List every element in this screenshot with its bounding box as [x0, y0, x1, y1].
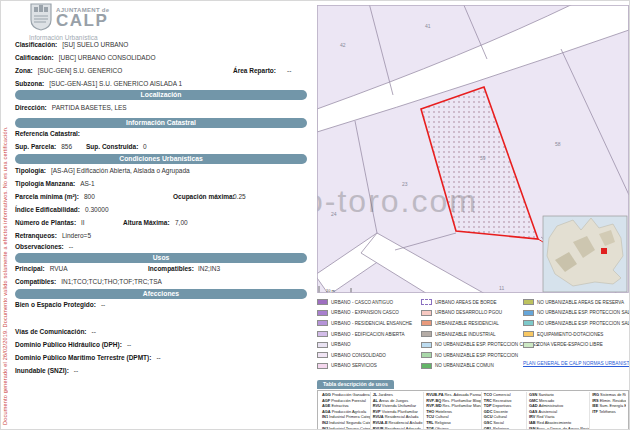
usos-col-4: TCOComercialTRCRecreativoTDPDeportivosGD… [481, 392, 526, 430]
legend-label: NO URBANIZABLE AREAS DE RESERVA [537, 300, 624, 305]
parcel-number: 58 [555, 141, 561, 147]
legend-swatch [317, 320, 328, 326]
field-label: Calificación: [15, 54, 54, 61]
legend-item: NO URBANIZABLE ESP. PROTECCION [421, 350, 539, 361]
legend-swatch [523, 310, 534, 316]
legend-item: URBANIZABLE RESIDENCIAL [421, 318, 539, 329]
legend-item: ZONA VERDE-ESPACIO LIBRE [523, 339, 629, 350]
legend-swatch [523, 320, 534, 326]
legend-item: URBANO - CASCO ANTIGUO [317, 297, 412, 308]
field-label: Inundable (SNZI): [15, 367, 69, 374]
legend-label: EQUIPAMIENTO-DOTACIONES [537, 332, 603, 337]
field-label: Índice Edificabilidad: [15, 206, 80, 213]
legend-label: URBANIZABLE INDUSTRIAL [435, 332, 496, 337]
usos-table: Tabla descripción de usos AGGProducción … [317, 372, 629, 430]
legend-item: URBANO [317, 339, 412, 350]
legend-label: URBANO CONSOLIDADO [331, 353, 386, 358]
legend-swatch [421, 363, 432, 369]
field-value: [SU] SUELO URBANO [62, 41, 128, 48]
legend-item: URBANO - EDIFICACION ABIERTA [317, 329, 412, 340]
usos-col-2: JLJardinesALÁreas de JuegosRVUVivienda U… [370, 392, 423, 430]
legend-label: URBANO DESARROLLO PGOU [435, 310, 502, 315]
section-condiciones: Condiciones Urbanísticas [15, 154, 307, 164]
legend-label: URBANO - EDIFICACION ABIERTA [331, 332, 405, 337]
field-parcela-minima: Parcela mínima (m²):800 Ocupación máxima… [15, 193, 307, 204]
legend-item: EQUIPAMIENTO-DOTACIONES [523, 329, 629, 340]
usos-col-5: GSNSanitarioGMCMercadoGADAdministrativoG… [526, 392, 589, 430]
field-label: Dominio Público Marítimo Terrestre (DPMT… [15, 354, 151, 361]
field-label: Vías de Comunicación: [15, 328, 87, 335]
cadastral-map-svg: 42 41 59 58 23 24 11 o-toro.com 10 m [317, 5, 629, 293]
legend-swatch [317, 342, 328, 348]
legend-swatch [317, 352, 328, 358]
field-label: Tipología Manzana: [15, 180, 75, 187]
field-inundable: Inundable (SNZI):-- [15, 367, 78, 378]
field-dph: Dominio Público Hidráulico (DPH):-- [15, 341, 131, 352]
field-value: RVUA [50, 265, 68, 272]
legend-swatch [317, 331, 328, 337]
legend-swatch [523, 299, 534, 305]
legend-item: URBANO - RESIDENCIAL ENSANCHE [317, 318, 412, 329]
field-label: Dirección: [15, 104, 47, 111]
legend-item: NO URBANIZABLE AREAS DE RESERVA [523, 297, 629, 308]
legend-swatch [421, 352, 432, 358]
field-value: -- [101, 301, 105, 308]
uso-entry: RVUBResidencial Adosada [373, 426, 421, 430]
legend-item: URBANIZABLE INDUSTRIAL [421, 329, 539, 340]
legend-label: ZONA VERDE-ESPACIO LIBRE [537, 342, 603, 347]
legend-swatch [421, 320, 432, 326]
uso-entry: QRLReligioso [484, 426, 524, 430]
field-label: Ocupación máxima: [173, 193, 235, 200]
legend-swatch [317, 310, 328, 316]
field-label: Principal: [15, 265, 45, 272]
field-tipologia: Tipología:[AS-AG] Edificación Abierta, A… [15, 167, 190, 178]
field-label: Retranqueos: [15, 232, 57, 239]
legend-item: URBANO CONSOLIDADO [317, 350, 412, 361]
field-label: Compatibles: [15, 278, 56, 285]
legend-label: URBANO SERVICIOS [331, 363, 377, 368]
info-panel: Clasificación:[SU] SUELO URBANO Califica… [15, 1, 307, 430]
field-value: [SUC-GEN] S.U. GENERICO [38, 67, 123, 74]
legend-column-2: URBANO AREAS DE BORDE URBANO DESARROLLO … [421, 297, 539, 371]
field-dpmt: Dominio Público Marítimo Terrestre (DPMT… [15, 354, 161, 365]
field-label: Subzona: [15, 80, 44, 87]
legend-label: NO URBANIZABLE ESP. PROTECCION SALINAS [537, 321, 629, 326]
section-localizacion: Localización [15, 90, 307, 100]
section-catastral: Información Catastral [15, 118, 307, 128]
field-indice-edificabilidad: Índice Edificabilidad:0.30000 [15, 206, 109, 217]
field-uso-principal: Principal:RVUA Incompatibles: IN2;IN3 [15, 265, 307, 276]
section-usos: Usos [15, 253, 307, 263]
uso-entry: ISNEvac. y Depur. de Aguas Residuales [529, 426, 587, 430]
field-direccion: Dirección:PARTIDA BASETES, LES [15, 104, 127, 115]
field-value: IN1;TCO;TCU;THO;TOF;TRC;TSA [61, 278, 162, 285]
field-label: Tipología: [15, 167, 46, 174]
legend-swatch [317, 299, 328, 305]
field-label: Dominio Público Hidráulico (DPH): [15, 341, 122, 348]
cadastral-map: 42 41 59 58 23 24 11 o-toro.com 10 m [317, 5, 629, 293]
legend-swatch [421, 342, 432, 348]
legend-label: NO URBANIZABLE ESP. PROTECCION [435, 353, 518, 358]
legend-swatch [421, 331, 432, 337]
parcel-number: 42 [340, 42, 346, 48]
legend-swatch [421, 310, 432, 316]
field-value: PARTIDA BASETES, LES [52, 104, 127, 111]
field-value: 0.30000 [85, 206, 109, 213]
field-superficies: Sup. Parcela:856 Sup. Construida: 0 [15, 143, 307, 154]
legend-label: NO URBANIZABLE ESP. PROTECCION SALINAS A… [537, 310, 629, 315]
legend-item: NO URBANIZABLE ESP. PROTECCION SALINAS [523, 318, 629, 329]
field-label: Incompatibles: [148, 265, 194, 272]
legend-label: URBANO AREAS DE BORDE [435, 300, 497, 305]
inset-location-marker [601, 248, 607, 254]
legend-item: NO URBANIZABLE COMUN [421, 361, 539, 372]
legend-label: NO URBANIZABLE COMUN [435, 363, 494, 368]
legend-item: URBANO AREAS DE BORDE [421, 297, 539, 308]
parcel-number: 59 [480, 155, 486, 161]
field-label: Número de Plantas: [15, 219, 76, 226]
section-afecciones: Afecciones [15, 289, 307, 299]
field-label: Bien o Espacio Protegido: [15, 301, 96, 308]
field-value: 7,00 [175, 219, 188, 226]
field-clasificacion: Clasificación:[SU] SUELO URBANO [15, 41, 128, 52]
field-label: Área Reparto: [233, 67, 276, 74]
legend-swatch [523, 342, 534, 348]
plan-general-link[interactable]: PLAN GENERAL DE CALP NORMAS URBANISTICAS [523, 361, 629, 366]
